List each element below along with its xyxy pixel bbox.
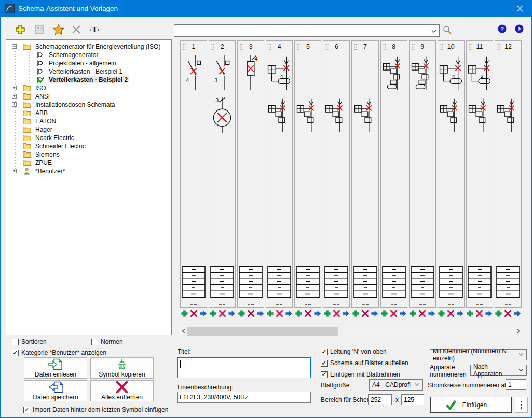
tree-item-schemagenerator[interactable]: Schemagenerator [7, 51, 170, 59]
scroll-left-icon[interactable] [181, 328, 187, 335]
add-circuit-icon[interactable] [352, 310, 360, 319]
grid-cell-r3-c11[interactable] [466, 136, 493, 178]
daten-einlesen-button[interactable]: Daten einlesen [24, 357, 87, 379]
grid-cell-r1-c5[interactable] [294, 52, 321, 94]
edit-circuit-icon[interactable] [285, 310, 293, 319]
tree-item-label[interactable]: *Benutzer* [34, 168, 66, 175]
grid-cell-r5-c12[interactable] [495, 220, 522, 262]
distribution-board-cell-c9[interactable] [409, 262, 436, 308]
column-grip-icon[interactable] [383, 43, 386, 52]
column-grip-icon[interactable] [440, 43, 443, 52]
scrollbar-thumb[interactable] [187, 327, 338, 336]
distribution-board-cell-c3[interactable] [237, 262, 264, 308]
column-grip-icon[interactable] [297, 43, 300, 52]
grid-cell-r4-c7[interactable] [351, 178, 378, 220]
column-grip-icon[interactable] [268, 43, 271, 52]
distribution-board-cell-c1[interactable] [180, 262, 207, 308]
close-icon[interactable] [508, 1, 531, 17]
add-circuit-icon[interactable] [238, 310, 245, 319]
more-options-button[interactable] [515, 397, 528, 413]
column-header-3[interactable]: 3 [237, 40, 264, 52]
tree-item-schemagenerator-f-r-energieverteilung-iso[interactable]: −Schemagenerator für Energieverteilung (… [7, 43, 170, 51]
grid-cell-r3-c3[interactable] [237, 136, 264, 178]
tree-item-label[interactable]: Projektdaten - allgemein [48, 60, 117, 67]
tree-item-iso[interactable]: +ISO [7, 84, 170, 92]
tree-item-label[interactable]: Siemens [34, 151, 61, 158]
remove-circuit-icon[interactable] [361, 310, 369, 319]
remove-circuit-icon[interactable] [447, 310, 455, 319]
search-input[interactable] [176, 25, 425, 36]
column-header-11[interactable]: 11 [466, 40, 493, 52]
chevron-down-icon[interactable] [430, 27, 438, 35]
edit-circuit-icon[interactable] [456, 310, 464, 319]
grid-cell-r3-c10[interactable] [438, 136, 465, 178]
grid-cell-r1-c9[interactable] [409, 52, 436, 94]
grid-cell-r2-c10[interactable] [438, 94, 465, 136]
remove-circuit-icon[interactable] [219, 310, 226, 319]
tree-item-schneider-electric[interactable]: Schneider Electric [7, 142, 170, 150]
edit-circuit-icon[interactable] [228, 310, 236, 319]
tree-item-label[interactable]: Schneider Electric [34, 143, 87, 150]
expand-plus-icon[interactable]: + [12, 102, 17, 107]
grid-cell-r1-c2[interactable]: 3 [209, 52, 236, 94]
grid-cell-r1-c8[interactable] [380, 52, 407, 94]
add-circuit-icon[interactable] [438, 310, 445, 319]
edit-circuit-icon[interactable] [256, 310, 264, 319]
column-header-6[interactable]: 6 [323, 40, 350, 52]
distribution-board-cell-c12[interactable] [495, 262, 522, 308]
search-icon[interactable] [442, 25, 453, 35]
edit-circuit-icon[interactable] [199, 310, 207, 319]
column-header-9[interactable]: 9 [409, 40, 436, 52]
normen-checkbox[interactable]: Normen [91, 338, 123, 345]
tree-item-ansi[interactable]: +ANSI [7, 92, 170, 101]
tree-item-label[interactable]: Verteilerkasten - Beispiel 2 [48, 76, 129, 83]
tree-item-projektdaten-allgemein[interactable]: Projektdaten - allgemein [7, 59, 170, 67]
kategorie-benutzer-checkbox[interactable]: ✓ Kategorie *Benutzer* anzeigen [12, 349, 106, 356]
stromkreise-input[interactable] [506, 379, 526, 390]
grid-cell-r5-c9[interactable] [409, 220, 436, 262]
blattgroesse-dropdown[interactable]: A4 - CADprofi [369, 379, 423, 391]
tree-item-label[interactable]: Schemagenerator [48, 51, 99, 59]
tree-item-benutzer[interactable]: +*Benutzer* [7, 167, 170, 175]
column-header-12[interactable]: 12 [495, 40, 522, 52]
add-circuit-icon[interactable] [380, 310, 388, 319]
collapse-minus-icon[interactable]: − [12, 44, 17, 49]
grid-cell-r1-c7[interactable] [351, 52, 378, 94]
edit-circuit-icon[interactable] [313, 310, 321, 319]
grid-cell-r3-c4[interactable] [266, 136, 293, 178]
grid-cell-r4-c8[interactable] [380, 178, 407, 220]
distribution-board-cell-c7[interactable] [351, 262, 378, 308]
add-circuit-icon[interactable] [409, 310, 417, 319]
delete-icon[interactable] [71, 24, 81, 35]
edit-circuit-icon[interactable] [399, 310, 407, 319]
grid-cell-r1-c3[interactable]: 4 [237, 52, 264, 94]
tree-item-label[interactable]: ABB [34, 109, 49, 117]
grid-cell-r4-c3[interactable] [237, 178, 264, 220]
grid-cell-r5-c3[interactable] [237, 220, 264, 262]
checkbox-box[interactable]: ✓ [321, 371, 328, 378]
grid-cell-r1-c10[interactable]: 4 [438, 52, 465, 94]
remove-circuit-icon[interactable] [333, 310, 340, 319]
grid-cell-r5-c8[interactable] [380, 220, 407, 262]
add-circuit-icon[interactable] [466, 310, 474, 319]
grid-cell-r3-c6[interactable] [323, 136, 350, 178]
tree-item-zpue[interactable]: ZPUE [7, 159, 170, 167]
apparate-dropdown[interactable]: Nach Apparaten [470, 365, 527, 376]
tree-item-hager[interactable]: Hager [7, 126, 170, 134]
tree-item-noark-electric[interactable]: Noark Electric [7, 134, 170, 142]
grid-cell-r1-c12[interactable] [495, 52, 522, 94]
column-grip-icon[interactable] [354, 43, 357, 52]
add-circuit-icon[interactable] [495, 310, 502, 319]
favorite-star-icon[interactable] [52, 23, 65, 36]
horizontal-scrollbar[interactable] [180, 327, 522, 336]
column-header-4[interactable]: 4 [266, 40, 293, 52]
grid-cell-r3-c1[interactable] [180, 136, 207, 178]
grid-cell-r2-c8[interactable] [380, 94, 407, 136]
tree-item-label[interactable]: ANSI [34, 93, 51, 100]
grid-cell-r4-c11[interactable] [466, 178, 493, 220]
checkbox-box[interactable] [91, 339, 98, 345]
grid-cell-r3-c5[interactable] [294, 136, 321, 178]
remove-circuit-icon[interactable] [247, 310, 255, 319]
form-icon[interactable] [34, 24, 45, 35]
remove-circuit-icon[interactable] [276, 310, 283, 319]
